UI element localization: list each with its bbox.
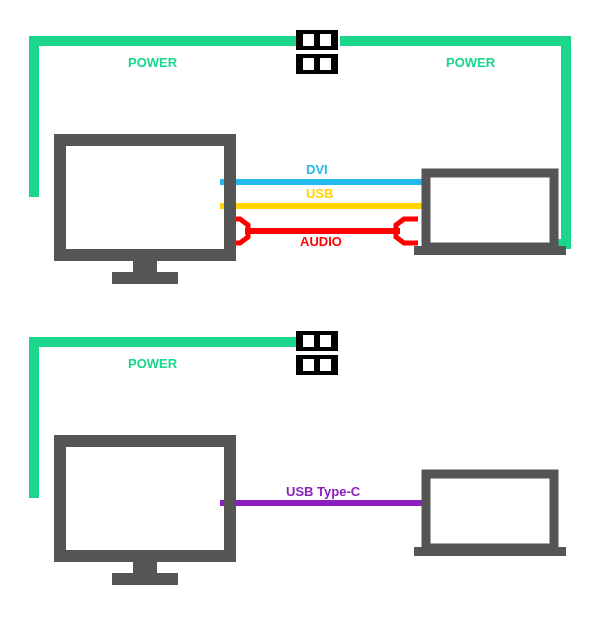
monitor-icon-top — [60, 140, 230, 284]
svg-rect-18 — [60, 441, 230, 556]
svg-rect-3 — [296, 54, 338, 74]
label-usb-type-c: USB Type-C — [286, 484, 360, 499]
svg-rect-2 — [320, 34, 331, 46]
label-audio: AUDIO — [300, 234, 342, 249]
cable-power-laptop-top — [340, 41, 566, 244]
label-usb: USB — [306, 186, 333, 201]
svg-rect-9 — [112, 272, 178, 284]
svg-rect-10 — [426, 173, 554, 247]
svg-rect-13 — [303, 335, 314, 347]
laptop-icon-top — [414, 173, 566, 255]
wall-outlet-icon-top — [296, 30, 338, 74]
svg-rect-19 — [133, 556, 157, 574]
svg-rect-15 — [296, 355, 338, 375]
label-dvi: DVI — [306, 162, 328, 177]
svg-rect-11 — [414, 246, 566, 255]
svg-rect-1 — [303, 34, 314, 46]
svg-rect-8 — [133, 255, 157, 273]
svg-rect-22 — [414, 547, 566, 556]
svg-rect-5 — [320, 58, 331, 70]
label-power-right-top: POWER — [446, 55, 495, 70]
svg-rect-16 — [303, 359, 314, 371]
svg-rect-20 — [112, 573, 178, 585]
svg-rect-17 — [320, 359, 331, 371]
svg-rect-7 — [60, 140, 230, 255]
laptop-icon-bottom — [414, 474, 566, 556]
svg-rect-12 — [296, 331, 338, 351]
monitor-icon-bottom — [60, 441, 230, 585]
label-power-left-bottom: POWER — [128, 356, 177, 371]
diagram-stage: { "labels": { "top": { "power_left": "PO… — [0, 0, 590, 629]
svg-rect-0 — [296, 30, 338, 50]
svg-rect-21 — [426, 474, 554, 548]
label-power-left-top: POWER — [128, 55, 177, 70]
svg-rect-14 — [320, 335, 331, 347]
svg-rect-4 — [303, 58, 314, 70]
wall-outlet-icon-bottom — [296, 331, 338, 375]
diagram-svg — [0, 0, 590, 629]
